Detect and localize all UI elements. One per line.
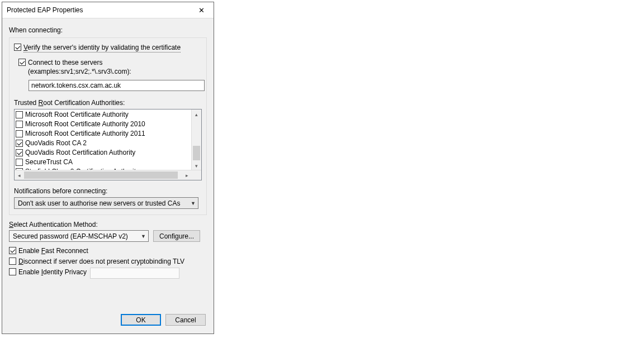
ca-label: Microsoft Root Certificate Authority (25, 110, 129, 120)
list-item[interactable]: Microsoft Root Certificate Authority (16, 110, 191, 120)
auth-method-row: Secured password (EAP-MSCHAP v2) ▼ Confi… (9, 230, 207, 242)
horizontal-scrollbar[interactable]: ◂ ▸ (15, 170, 201, 180)
chevron-down-icon: ▼ (141, 234, 146, 239)
auth-method-combo[interactable]: Secured password (EAP-MSCHAP v2) ▼ (9, 230, 149, 242)
list-item[interactable]: Microsoft Root Certificate Authority 201… (16, 120, 191, 129)
dialog-body: When connecting: Verify the server's ide… (2, 18, 214, 308)
horizontal-scroll-thumb[interactable] (24, 172, 178, 179)
titlebar: Protected EAP Properties ✕ (2, 2, 214, 18)
vertical-scroll-thumb[interactable] (193, 146, 200, 160)
list-item[interactable]: QuoVadis Root CA 2 (16, 139, 191, 148)
ca-checkbox[interactable] (16, 159, 23, 166)
scroll-right-icon[interactable]: ▸ (182, 170, 192, 180)
notifications-combo[interactable]: Don't ask user to authorise new servers … (14, 197, 198, 209)
trusted-root-items: Microsoft Root Certificate AuthorityMicr… (15, 109, 192, 170)
disconnect-crypto-label: Disconnect if server does not present cr… (18, 257, 184, 266)
close-button[interactable]: ✕ (190, 3, 212, 17)
auth-method-value: Secured password (EAP-MSCHAP v2) (13, 232, 128, 240)
ca-label: QuoVadis Root Certification Authority (25, 148, 135, 158)
scroll-down-icon[interactable]: ▾ (192, 161, 201, 170)
connect-servers-label: Connect to these servers (examples:srv1;… (28, 58, 202, 76)
verify-identity-checkbox-row[interactable]: Verify the server's identity by validati… (14, 43, 202, 53)
scroll-up-icon[interactable]: ▴ (192, 109, 201, 119)
window-title: Protected EAP Properties (7, 6, 83, 14)
trusted-root-listbox-wrap: Microsoft Root Certificate AuthorityMicr… (14, 109, 202, 180)
when-connecting-group: Verify the server's identity by validati… (9, 37, 207, 215)
fast-reconnect-row[interactable]: Enable Fast Reconnect (9, 246, 207, 255)
notifications-label: Notifications before connecting: (14, 187, 202, 195)
ok-button[interactable]: OK (121, 314, 161, 326)
fast-reconnect-label: Enable Fast Reconnect (18, 246, 88, 255)
scroll-left-icon[interactable]: ◂ (15, 170, 24, 180)
connect-servers-input[interactable] (29, 80, 205, 91)
trusted-root-label: Trusted Root Certification Authorities: (14, 99, 202, 107)
ca-checkbox[interactable] (16, 121, 23, 128)
ca-label: QuoVadis Root CA 2 (25, 139, 87, 148)
identity-privacy-label: Enable Identity Privacy (18, 268, 87, 277)
dialog-footer: OK Cancel (2, 308, 214, 334)
disconnect-crypto-row[interactable]: Disconnect if server does not present cr… (9, 257, 207, 266)
disconnect-crypto-checkbox[interactable] (9, 258, 16, 265)
ca-checkbox[interactable] (16, 140, 23, 147)
ca-label: SecureTrust CA (25, 158, 73, 167)
vertical-scrollbar[interactable]: ▴ ▾ (191, 109, 201, 170)
ca-label: Microsoft Root Certificate Authority 201… (25, 120, 145, 129)
connect-servers-checkbox-row[interactable]: Connect to these servers (examples:srv1;… (18, 58, 202, 76)
identity-privacy-input[interactable] (90, 268, 179, 279)
close-icon: ✕ (198, 7, 205, 14)
ca-checkbox[interactable] (16, 111, 23, 118)
connect-servers-block: Connect to these servers (examples:srv1;… (14, 58, 202, 94)
horizontal-scroll-track[interactable] (24, 170, 182, 180)
ca-checkbox[interactable] (16, 149, 23, 156)
list-item[interactable]: QuoVadis Root Certification Authority (16, 148, 191, 158)
notifications-value: Don't ask user to authorise new servers … (18, 199, 180, 207)
list-item[interactable]: SecureTrust CA (16, 158, 191, 167)
identity-privacy-row[interactable]: Enable Identity Privacy (9, 268, 207, 279)
trusted-root-listbox[interactable]: Microsoft Root Certificate AuthorityMicr… (14, 109, 202, 180)
scroll-corner (192, 170, 201, 180)
list-item[interactable]: Microsoft Root Certificate Authority 201… (16, 129, 191, 139)
verify-identity-label: Verify the server's identity by validati… (23, 43, 181, 53)
when-connecting-label: When connecting: (9, 26, 207, 34)
auth-method-label: Select Authentication Method: (9, 221, 207, 228)
verify-identity-checkbox[interactable] (14, 44, 21, 51)
eap-properties-dialog: Protected EAP Properties ✕ When connecti… (2, 2, 214, 334)
ca-checkbox[interactable] (16, 130, 23, 137)
identity-privacy-checkbox[interactable] (9, 268, 16, 275)
configure-button[interactable]: Configure... (153, 230, 200, 242)
fast-reconnect-checkbox[interactable] (9, 247, 16, 254)
ca-label: Microsoft Root Certificate Authority 201… (25, 129, 145, 139)
connect-servers-checkbox[interactable] (18, 59, 26, 66)
chevron-down-icon: ▼ (191, 201, 196, 206)
cancel-button[interactable]: Cancel (165, 314, 206, 326)
